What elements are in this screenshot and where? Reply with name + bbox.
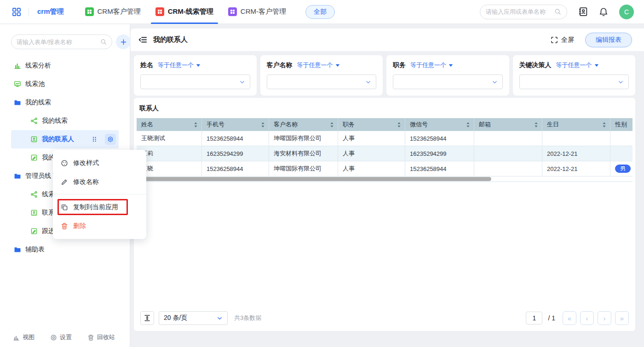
first-page-button[interactable]: « <box>563 311 576 325</box>
column-header[interactable]: 职务 <box>338 118 405 131</box>
column-label: 微信号 <box>410 120 428 129</box>
apps-grid-icon[interactable] <box>12 7 21 17</box>
footer-label: 设置 <box>60 333 72 341</box>
sidebar-item[interactable]: 辅助表 <box>11 240 119 259</box>
sort-icon[interactable] <box>602 122 606 128</box>
column-header[interactable]: 客户名称 <box>269 118 338 131</box>
table-cell: 王莉 <box>137 146 202 161</box>
filter-card: 客户名称等于任意一个 <box>260 55 383 96</box>
last-page-button[interactable]: » <box>615 311 629 325</box>
table-cell: 人事 <box>338 146 405 161</box>
sidebar-footer-recycle[interactable]: 回收站 <box>87 333 115 341</box>
table-cell: 16235294299 <box>202 146 269 161</box>
table-cell: 人事 <box>338 161 405 176</box>
menu-item[interactable]: 删除 <box>53 216 146 235</box>
recycle-icon <box>87 334 94 341</box>
table-cell: 15236258944 <box>202 131 269 146</box>
menu-item-label: 修改样式 <box>73 159 99 167</box>
app-tab-label: CRM-客户管理 <box>241 7 286 16</box>
column-header[interactable]: 微信号 <box>405 118 474 131</box>
contacts-table: 姓名手机号客户名称职务微信号邮箱生日性别 王晓测试15236258944坤曜国际… <box>137 118 632 176</box>
edit-report-button[interactable]: 编辑报表 <box>585 33 632 47</box>
sidebar-search[interactable] <box>11 34 112 49</box>
column-header[interactable]: 邮箱 <box>474 118 542 131</box>
app-icon <box>228 7 237 16</box>
table-cell <box>610 146 632 161</box>
filter-operator[interactable]: 等于任意一个 <box>158 61 201 69</box>
sidebar-item[interactable]: 线索分析 <box>11 57 119 75</box>
search-icon <box>100 39 107 45</box>
menu-divider <box>53 194 146 194</box>
page-size-select[interactable]: 20 条/页 <box>159 311 228 325</box>
table-cell: 王晓 <box>137 161 202 176</box>
global-search[interactable] <box>480 5 567 19</box>
app-tab[interactable]: CRM-线索管理 <box>148 0 221 24</box>
table-cell: 2022-12-21 <box>542 161 610 176</box>
user-avatar[interactable]: C <box>619 5 634 19</box>
page-number-input[interactable] <box>526 312 542 324</box>
filter-value-select[interactable] <box>393 74 503 89</box>
style-icon <box>61 159 68 167</box>
column-header[interactable]: 手机号 <box>202 118 269 131</box>
horizontal-scrollbar[interactable] <box>137 176 632 182</box>
table-row[interactable]: 王晓测试15236258944坤曜国际有限公司人事15236258944 <box>137 131 632 146</box>
table-cell: 2022-12-21 <box>542 146 610 161</box>
sort-icon[interactable] <box>397 122 401 128</box>
sidebar-item[interactable]: 我的线索 <box>11 93 119 112</box>
table-row[interactable]: 王晓15236258944坤曜国际有限公司人事152362589442022-1… <box>137 161 632 176</box>
chevron-down-icon <box>365 79 371 85</box>
sidebar-item[interactable]: 我的联系人 <box>11 130 119 148</box>
filter-value-select[interactable] <box>519 74 629 89</box>
all-apps-button[interactable]: 全部 <box>305 5 335 19</box>
column-header[interactable]: 生日 <box>542 118 610 131</box>
operator-label: 等于任意一个 <box>297 61 333 69</box>
next-page-button[interactable]: › <box>598 311 611 325</box>
sidebar-item-label: 线索池 <box>25 80 45 88</box>
fullscreen-button[interactable]: 全屏 <box>551 36 574 44</box>
sort-icon[interactable] <box>466 122 470 128</box>
menu-item[interactable]: 修改样式 <box>53 154 146 172</box>
sidebar-item[interactable]: 我的线索 <box>11 112 119 130</box>
sidebar-item[interactable]: 线索池 <box>11 75 119 93</box>
pagination-nav: «‹›» <box>563 311 629 325</box>
address-book-icon[interactable] <box>578 7 588 17</box>
filter-operator[interactable]: 等于任意一个 <box>556 61 599 69</box>
menu-item[interactable]: 修改名称 <box>53 172 146 191</box>
sidebar-footer-settings[interactable]: 设置 <box>50 333 72 341</box>
menu-item[interactable]: 复制到当前应用 <box>53 198 146 216</box>
collapse-sidebar-icon[interactable] <box>138 35 147 44</box>
global-search-input[interactable] <box>486 8 551 15</box>
bell-icon[interactable] <box>599 7 608 17</box>
table-row[interactable]: 王莉16235294299海安材料有限公司人事162352942992022-1… <box>137 146 632 161</box>
column-header[interactable]: 性别 <box>610 118 632 131</box>
table-cell: 王晓测试 <box>137 131 202 146</box>
sort-icon[interactable] <box>261 122 265 128</box>
filter-value-select[interactable] <box>140 74 250 89</box>
drag-handle-icon[interactable] <box>92 136 97 143</box>
app-icon <box>85 7 94 16</box>
scrollbar-thumb[interactable] <box>139 177 491 181</box>
filter-value-select[interactable] <box>267 74 377 89</box>
app-tab[interactable]: CRM客户管理 <box>78 0 148 24</box>
folder-icon <box>14 99 21 106</box>
table-cell: 海安材料有限公司 <box>269 146 338 161</box>
filter-label: 关键决策人 <box>519 61 552 69</box>
sort-icon[interactable] <box>194 122 198 128</box>
sidebar-search-input[interactable] <box>17 39 98 46</box>
add-form-button[interactable] <box>116 34 131 49</box>
prev-page-button[interactable]: ‹ <box>580 311 594 325</box>
app-menu-label[interactable]: crm管理 <box>37 7 64 16</box>
share-icon <box>30 117 38 125</box>
gear-icon[interactable] <box>105 134 116 145</box>
sort-icon[interactable] <box>534 122 538 128</box>
sort-icon[interactable] <box>330 122 334 128</box>
filter-operator[interactable]: 等于任意一个 <box>297 61 340 69</box>
column-header[interactable]: 姓名 <box>137 118 202 131</box>
sidebar-footer-views[interactable]: 视图 <box>13 333 34 341</box>
table-body: 王晓测试15236258944坤曜国际有限公司人事15236258944王莉16… <box>137 131 632 176</box>
app-tab[interactable]: CRM-客户管理 <box>221 0 293 24</box>
board-icon <box>14 80 21 88</box>
table-cell: 16235294299 <box>405 146 474 161</box>
row-height-button[interactable] <box>140 311 154 325</box>
filter-operator[interactable]: 等于任意一个 <box>410 61 453 69</box>
